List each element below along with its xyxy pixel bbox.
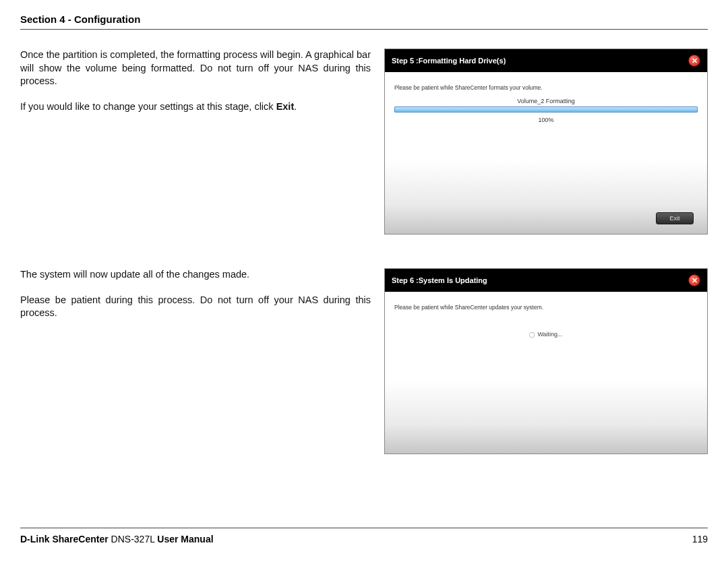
text-bold: Exit bbox=[276, 101, 295, 112]
screenshot-formatting: Step 5 :Formatting Hard Drive(s) ✕ Pleas… bbox=[384, 49, 708, 235]
footer-brand: D-Link ShareCenter bbox=[20, 534, 109, 544]
dialog-header: Step 5 :Formatting Hard Drive(s) ✕ bbox=[385, 49, 707, 72]
footer-model: DNS-327L bbox=[109, 534, 158, 544]
paragraph: Once the partition is completed, the for… bbox=[20, 49, 371, 88]
section-header: Section 4 - Configuration bbox=[20, 13, 708, 30]
dialog-title: Step 5 :Formatting Hard Drive(s) bbox=[392, 57, 506, 65]
dialog-title: Step 6 :System Is Updating bbox=[392, 276, 487, 284]
volume-label: Volume_2 Formatting bbox=[394, 98, 698, 104]
instruction-text: Please be patient while ShareCenter upda… bbox=[394, 304, 698, 311]
progress-bar bbox=[394, 106, 698, 113]
close-icon[interactable]: ✕ bbox=[688, 274, 700, 286]
progress-percent: 100% bbox=[394, 117, 698, 123]
exit-button[interactable]: Exit bbox=[656, 212, 694, 224]
paragraph: The system will now update all of the ch… bbox=[20, 268, 371, 282]
page-footer: D-Link ShareCenter DNS-327L User Manual … bbox=[20, 528, 708, 544]
text-column-1: Once the partition is completed, the for… bbox=[20, 49, 371, 235]
footer-doc: User Manual bbox=[157, 534, 213, 544]
text: If you would like to change your setting… bbox=[20, 101, 276, 112]
paragraph: Please be patient during this process. D… bbox=[20, 294, 371, 320]
text: . bbox=[294, 101, 297, 112]
content-row-1: Once the partition is completed, the for… bbox=[20, 49, 708, 235]
dialog-body: Please be patient while ShareCenter upda… bbox=[385, 292, 707, 454]
dialog-body: Please be patient while ShareCenter form… bbox=[385, 72, 707, 234]
dialog-header: Step 6 :System Is Updating ✕ bbox=[385, 269, 707, 292]
paragraph: If you would like to change your setting… bbox=[20, 100, 371, 114]
screenshot-updating: Step 6 :System Is Updating ✕ Please be p… bbox=[384, 268, 708, 454]
spinner-icon bbox=[529, 332, 535, 338]
footer-title: D-Link ShareCenter DNS-327L User Manual bbox=[20, 534, 214, 544]
close-icon[interactable]: ✕ bbox=[688, 55, 700, 67]
waiting-text: Waiting... bbox=[537, 331, 562, 338]
waiting-status: Waiting... bbox=[394, 331, 698, 338]
instruction-text: Please be patient while ShareCenter form… bbox=[394, 84, 698, 91]
page-number: 119 bbox=[692, 534, 708, 544]
content-row-2: The system will now update all of the ch… bbox=[20, 268, 708, 454]
text-column-2: The system will now update all of the ch… bbox=[20, 268, 371, 454]
